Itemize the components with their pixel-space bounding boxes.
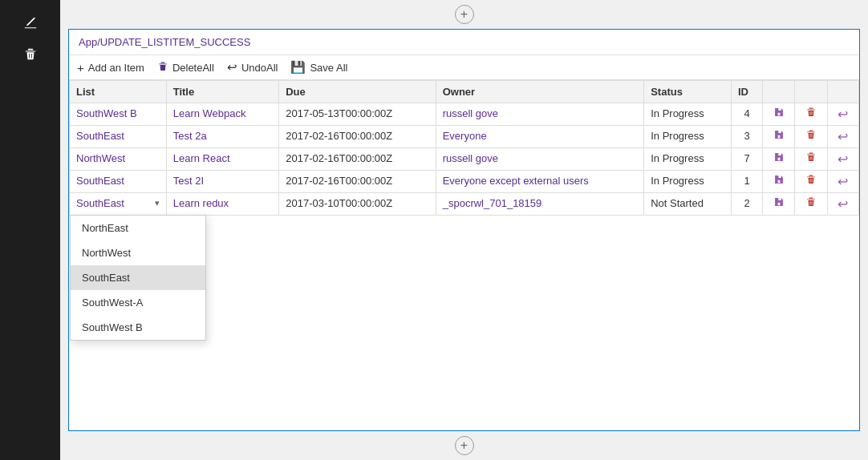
delete-editing-action[interactable] [795,193,827,216]
col-header-actions2 [795,81,827,103]
save-all-button[interactable]: 💾 Save All [290,60,347,75]
delete-row-action[interactable] [795,103,827,126]
cell-title: Learn React [166,148,279,171]
toolbar: + Add an Item DeleteAll ↩ UndoAll [69,55,859,80]
cell-due-editing: 2017-03-10T00:00:00Z [279,193,436,216]
cell-status: In Progress [644,103,732,126]
table-wrapper: List Title Due Owner Status ID Sout [69,80,859,430]
data-table: List Title Due Owner Status ID Sout [69,80,859,216]
undo-all-button[interactable]: ↩ UndoAll [227,60,278,75]
cell-due: 2017-02-16T00:00:00Z [279,171,436,193]
save-row-action[interactable] [763,148,795,171]
chevron-down-icon: ▾ [155,198,160,208]
cell-owner: Everyone except external users [436,171,643,193]
undo-row-action[interactable]: ↩ [827,171,858,193]
col-header-owner: Owner [436,81,643,103]
dropdown-option[interactable]: SouthWest-A [71,290,205,315]
undo-editing-action[interactable]: ↩ [827,193,858,216]
delete-row-action[interactable] [795,126,827,148]
undo-row-action[interactable]: ↩ [827,103,858,126]
save-row-icon[interactable] [770,127,788,144]
cell-due: 2017-02-16T00:00:00Z [279,126,436,148]
cell-status: In Progress [644,126,732,148]
table-row: SouthEast Test 2I 2017-02-16T00:00:00Z E… [70,171,859,193]
bottom-plus-area: + [60,431,868,460]
save-editing-icon[interactable] [770,195,788,212]
main-container: + App/UPDATE_LISTITEM_SUCCESS + Add an I… [0,0,868,460]
cell-owner-editing: _spocrwl_701_18159 [436,193,643,216]
save-row-icon[interactable] [770,105,788,122]
add-item-label: Add an Item [88,62,144,74]
save-icon: 💾 [290,60,306,75]
cell-title-editing: Learn redux [166,193,279,216]
delete-editing-icon[interactable] [802,195,820,212]
breadcrumb: App/UPDATE_LISTITEM_SUCCESS [69,30,859,55]
col-header-title: Title [166,81,279,103]
save-row-action[interactable] [763,103,795,126]
save-row-icon[interactable] [770,150,788,167]
cell-status-editing: Not Started [644,193,732,216]
save-row-action[interactable] [763,126,795,148]
dropdown-option[interactable]: SouthEast [71,265,205,290]
delete-sidebar-icon[interactable] [16,40,45,69]
delete-row-action[interactable] [795,148,827,171]
cell-list: SouthEast [70,171,167,193]
top-plus-area: + [60,0,868,29]
content-area: + App/UPDATE_LISTITEM_SUCCESS + Add an I… [60,0,868,460]
undo-row-action[interactable]: ↩ [827,148,858,171]
cell-title: Test 2a [166,126,279,148]
cell-list-editing: SouthEast▾NorthEastNorthWestSouthEastSou… [70,193,167,216]
cell-due: 2017-05-13T00:00:00Z [279,103,436,126]
col-header-id: ID [731,81,762,103]
edit-sidebar-icon[interactable] [16,8,45,37]
cell-title: Learn Webpack [166,103,279,126]
cell-id: 7 [731,148,762,171]
delete-row-icon[interactable] [802,127,820,144]
col-header-list: List [70,81,167,103]
undo-row-icon[interactable]: ↩ [834,106,851,123]
table-row: SouthEast Test 2a 2017-02-16T00:00:00Z E… [70,126,859,148]
top-add-button[interactable]: + [455,5,474,24]
cell-owner: Everyone [436,126,643,148]
dropdown-selected-value: SouthEast [76,197,124,209]
undo-all-label: UndoAll [241,62,278,74]
list-dropdown-trigger[interactable]: SouthEast▾ [70,193,166,213]
undo-row-icon[interactable]: ↩ [834,151,851,167]
dropdown-option[interactable]: NorthWest [71,240,205,265]
delete-all-icon [157,61,168,75]
editing-row: SouthEast▾NorthEastNorthWestSouthEastSou… [70,193,859,216]
col-header-actions [763,81,795,103]
cell-title: Test 2I [166,171,279,193]
undo-editing-icon[interactable]: ↩ [834,196,851,212]
list-dropdown-menu-inline[interactable]: NorthEastNorthWestSouthEastSouthWest-ASo… [70,215,206,341]
delete-row-icon[interactable] [802,105,820,122]
cell-owner: russell gove [436,148,643,171]
undo-row-icon[interactable]: ↩ [834,173,851,190]
cell-id-editing: 2 [731,193,762,216]
bottom-add-button[interactable]: + [455,436,474,455]
delete-row-action[interactable] [795,171,827,193]
cell-owner: russell gove [436,103,643,126]
col-header-actions3 [827,81,858,103]
save-row-icon[interactable] [770,172,788,189]
undo-row-action[interactable]: ↩ [827,126,858,148]
undo-icon: ↩ [227,60,237,75]
delete-row-icon[interactable] [802,172,820,189]
add-item-button[interactable]: + Add an Item [77,61,144,75]
delete-row-icon[interactable] [802,150,820,167]
delete-all-button[interactable]: DeleteAll [157,61,214,75]
dropdown-option[interactable]: SouthWest B [71,315,205,340]
add-icon: + [77,61,84,75]
save-all-label: Save All [310,62,347,74]
save-row-action[interactable] [763,171,795,193]
undo-row-icon[interactable]: ↩ [834,128,851,145]
main-panel: App/UPDATE_LISTITEM_SUCCESS + Add an Ite… [68,29,860,431]
table-row: NorthWest Learn React 2017-02-16T00:00:0… [70,148,859,171]
save-editing-action[interactable] [763,193,795,216]
cell-id: 1 [731,171,762,193]
cell-id: 3 [731,126,762,148]
cell-id: 4 [731,103,762,126]
dropdown-option[interactable]: NorthEast [71,216,205,240]
left-sidebar [0,0,60,460]
col-header-status: Status [644,81,732,103]
